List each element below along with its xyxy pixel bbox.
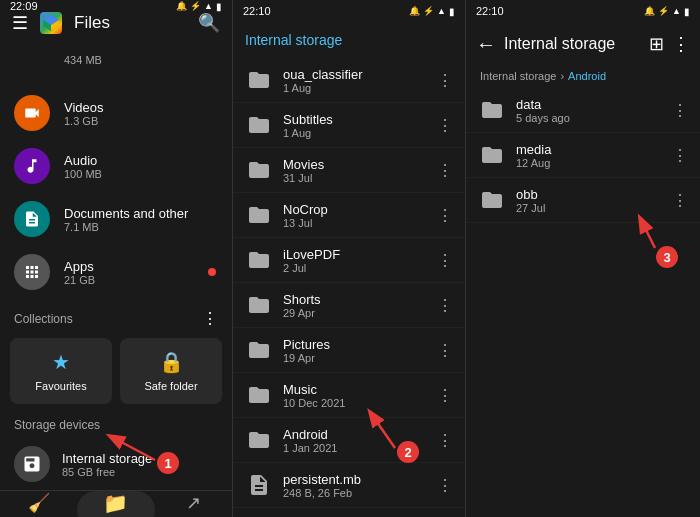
bt-icon-p2: ⚡ [423, 6, 434, 16]
collections-more-icon[interactable]: ⋮ [202, 309, 218, 328]
share-icon: ↗ [186, 492, 201, 514]
back-button-p3[interactable]: ← [476, 33, 496, 56]
notification-badge [208, 268, 216, 276]
file-more-icon[interactable]: ⋮ [437, 431, 453, 450]
file-more-icon[interactable]: ⋮ [672, 191, 688, 210]
nav-browse[interactable]: 📁 Browse [77, 491, 154, 517]
file-more-icon[interactable]: ⋮ [437, 161, 453, 180]
list-item[interactable]: Shorts 29 Apr ⋮ [233, 283, 465, 328]
status-bar-p2: 22:10 🔔 ⚡ ▲ ▮ [233, 0, 465, 22]
file-date: 27 Jul [516, 202, 662, 214]
list-item[interactable]: Music 10 Dec 2021 ⋮ [233, 373, 465, 418]
documents-icon [14, 201, 50, 237]
file-date: 12 Aug [516, 157, 662, 169]
storage-device-name: Internal storage [62, 451, 218, 466]
list-item[interactable]: Apps 21 GB [0, 246, 232, 299]
time-p3: 22:10 [476, 5, 504, 17]
grid-view-icon[interactable]: ⊞ [649, 33, 664, 55]
internal-storage-item[interactable]: Internal storage 85 GB free [0, 438, 232, 490]
file-more-icon[interactable]: ⋮ [437, 116, 453, 135]
storage-devices-label: Storage devices [14, 418, 100, 432]
breadcrumb-current: Android [568, 70, 606, 82]
file-more-icon[interactable]: ⋮ [437, 206, 453, 225]
wifi-icon: ▲ [204, 1, 213, 11]
status-icons-p2: 🔔 ⚡ ▲ ▮ [409, 6, 455, 17]
nav-share[interactable]: ↗ Share [155, 491, 232, 517]
wifi-icon-p2: ▲ [437, 6, 446, 16]
list-item[interactable]: persistent.mb 248 B, 26 Feb ⋮ [233, 463, 465, 508]
list-item[interactable]: data 5 days ago ⋮ [466, 88, 700, 133]
list-item[interactable]: Videos 1.3 GB [0, 87, 232, 140]
list-item[interactable]: obb 27 Jul ⋮ [466, 178, 700, 223]
file-name: iLovePDF [283, 247, 427, 262]
file-list-p3: data 5 days ago ⋮ media 12 Aug ⋮ [466, 88, 700, 517]
p2-header: Internal storage [233, 22, 465, 58]
time-p1: 22:09 [10, 0, 38, 12]
file-more-icon[interactable]: ⋮ [437, 386, 453, 405]
file-date: 1 Aug [283, 127, 427, 139]
file-more-icon[interactable]: ⋮ [437, 296, 453, 315]
list-item[interactable]: NoCrop 13 Jul ⋮ [233, 193, 465, 238]
audio-size: 100 MB [64, 168, 218, 180]
top-partial-item[interactable]: 434 MB [0, 34, 232, 87]
list-item[interactable]: Subtitles 1 Aug ⋮ [233, 103, 465, 148]
more-options-icon[interactable]: ⋮ [672, 33, 690, 55]
file-date: 2 Jul [283, 262, 427, 274]
storage-device-free: 85 GB free [62, 466, 218, 478]
safe-folder-card[interactable]: 🔒 Safe folder [120, 338, 222, 404]
nav-clean[interactable]: 🧹 Clean [0, 491, 77, 517]
file-more-icon[interactable]: ⋮ [437, 476, 453, 495]
list-item[interactable]: iLovePDF 2 Jul ⋮ [233, 238, 465, 283]
file-date: 10 Dec 2021 [283, 397, 427, 409]
folder-icon [478, 186, 506, 214]
search-icon-p1[interactable]: 🔍 [198, 12, 220, 34]
file-name: persistent.mb [283, 472, 427, 487]
list-item[interactable]: media 12 Aug ⋮ [466, 133, 700, 178]
hamburger-menu-icon[interactable]: ☰ [12, 12, 28, 34]
favourites-label: Favourites [35, 380, 86, 392]
file-date: 13 Jul [283, 217, 427, 229]
list-item[interactable]: Documents and other 7.1 MB [0, 193, 232, 246]
wifi-icon-p3: ▲ [672, 6, 681, 16]
audio-label: Audio [64, 153, 218, 168]
file-more-icon[interactable]: ⋮ [437, 251, 453, 270]
collections-section: Collections ⋮ [0, 299, 232, 334]
favourites-card[interactable]: ★ Favourites [10, 338, 112, 404]
collections-row: ★ Favourites 🔒 Safe folder [0, 334, 232, 408]
file-more-icon[interactable]: ⋮ [672, 146, 688, 165]
file-more-icon[interactable]: ⋮ [672, 101, 688, 120]
bluetooth-icon: ⚡ [190, 1, 201, 11]
file-name: oua_classifier [283, 67, 427, 82]
file-name: obb [516, 187, 662, 202]
list-item[interactable]: oua_classifier 1 Aug ⋮ [233, 58, 465, 103]
list-item[interactable]: Movies 31 Jul ⋮ [233, 148, 465, 193]
bell-icon-p3: 🔔 [644, 6, 655, 16]
folder-icon [245, 291, 273, 319]
file-icon [245, 471, 273, 499]
files-logo-icon [41, 13, 61, 33]
status-bar-p3: 22:10 🔔 ⚡ ▲ ▮ [466, 0, 700, 22]
p2-title: Internal storage [245, 32, 342, 48]
file-date: 29 Apr [283, 307, 427, 319]
file-name: data [516, 97, 662, 112]
battery-icon-p3: ▮ [684, 6, 690, 17]
breadcrumb: Internal storage › Android [466, 66, 700, 88]
file-list-p2: oua_classifier 1 Aug ⋮ Subtitles 1 Aug ⋮ [233, 58, 465, 517]
collections-label: Collections [14, 312, 73, 326]
file-name: Android [283, 427, 427, 442]
file-date: 1 Jan 2021 [283, 442, 427, 454]
file-more-icon[interactable]: ⋮ [437, 341, 453, 360]
audio-icon [14, 148, 50, 184]
file-more-icon[interactable]: ⋮ [437, 71, 453, 90]
status-icons-p3: 🔔 ⚡ ▲ ▮ [644, 6, 690, 17]
list-item[interactable]: Pictures 19 Apr ⋮ [233, 328, 465, 373]
list-item[interactable]: Android 1 Jan 2021 ⋮ [233, 418, 465, 463]
videos-icon [14, 95, 50, 131]
folder-icon [478, 96, 506, 124]
p3-title: Internal storage [504, 35, 641, 53]
videos-label: Videos [64, 100, 218, 115]
top-item-size: 434 MB [64, 54, 218, 66]
folder-icon [245, 111, 273, 139]
list-item[interactable]: Audio 100 MB [0, 140, 232, 193]
storage-section: Storage devices [0, 408, 232, 438]
